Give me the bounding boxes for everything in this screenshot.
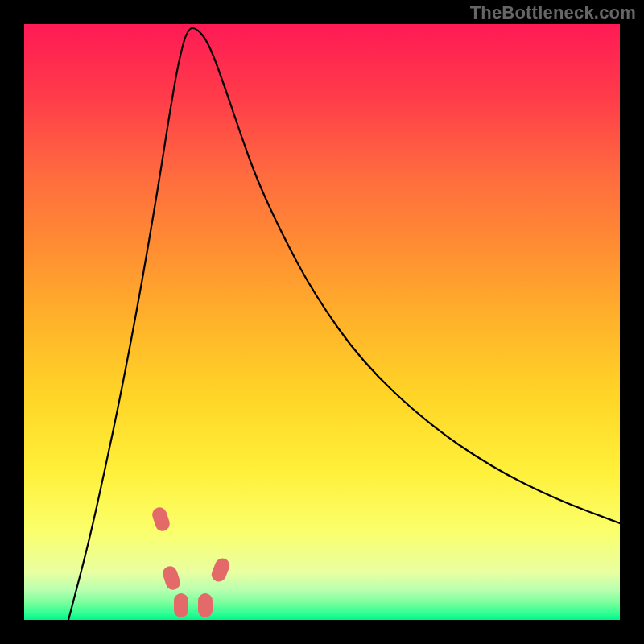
bottleneck-curve (24, 24, 620, 620)
plot-area (24, 24, 620, 620)
curve-marker (174, 593, 188, 617)
chart-stage: TheBottleneck.com (0, 0, 644, 644)
curve-marker (198, 593, 213, 617)
watermark-text: TheBottleneck.com (470, 2, 636, 23)
